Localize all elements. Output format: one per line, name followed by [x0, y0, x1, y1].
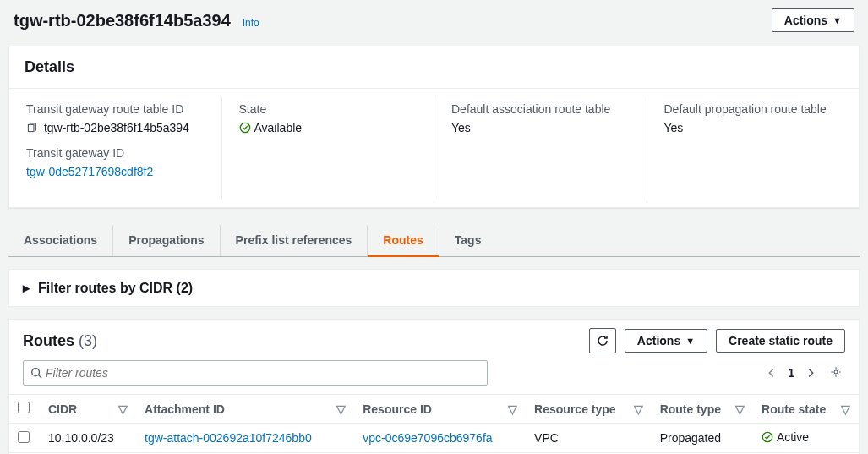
copy-icon[interactable] — [26, 123, 37, 134]
cell-routetype: Propagated — [652, 424, 753, 453]
col-cidr[interactable]: CIDR▽ — [40, 395, 136, 424]
table-row: 10.10.0.0/23tgw-attach-002692a10f7246bb0… — [9, 424, 859, 453]
tab-routes[interactable]: Routes — [368, 225, 439, 257]
sort-icon: ▽ — [508, 402, 517, 416]
tab-associations[interactable]: Associations — [8, 225, 113, 256]
refresh-icon — [596, 334, 609, 347]
tabs: Associations Propagations Prefix list re… — [8, 225, 860, 257]
routes-title: Routes (3) — [23, 332, 97, 350]
sort-icon: ▽ — [118, 402, 128, 416]
cell-cidr: 10.10.0.0/23 — [40, 424, 136, 453]
gear-icon — [830, 366, 842, 378]
tgw-id-link[interactable]: tgw-0de52717698cdf8f2 — [26, 165, 153, 178]
sort-icon: ▽ — [735, 402, 745, 416]
routes-panel: Routes (3) Actions ▼ Create static route… — [8, 319, 860, 454]
info-link[interactable]: Info — [243, 17, 259, 29]
routes-header: Routes (3) Actions ▼ Create static route — [9, 320, 859, 360]
state-text: Available — [254, 121, 303, 134]
sort-icon: ▽ — [634, 402, 643, 416]
table-header-row: CIDR▽ Attachment ID▽ Resource ID▽ Resour… — [9, 395, 859, 424]
routes-title-text: Routes — [23, 332, 74, 349]
pager: 1 — [766, 363, 845, 384]
state-value: Available — [239, 121, 303, 134]
tgw-id-value: tgw-0de52717698cdf8f2 — [26, 165, 205, 178]
routes-actions: Actions ▼ Create static route — [589, 328, 845, 353]
svg-point-2 — [32, 369, 40, 376]
caret-down-icon: ▼ — [833, 15, 842, 25]
cell-routestate: Active — [753, 424, 859, 453]
routes-count: (3) — [79, 332, 97, 349]
col-attachment[interactable]: Attachment ID▽ — [136, 395, 354, 424]
prev-page-icon[interactable] — [766, 367, 778, 379]
actions-button[interactable]: Actions ▼ — [772, 8, 854, 32]
search-icon — [30, 367, 42, 379]
filter-routes-input[interactable] — [42, 364, 480, 381]
col-restype[interactable]: Resource type▽ — [526, 395, 652, 424]
col-checkbox-all — [9, 395, 40, 424]
resource-link[interactable]: vpc-0c69e7096cb6976fa — [363, 431, 492, 445]
assoc-value: Yes — [451, 121, 630, 134]
caret-down-icon: ▼ — [685, 336, 695, 346]
filter-row: 1 — [9, 360, 859, 394]
assoc-label: Default association route table — [451, 102, 630, 116]
col-routestate[interactable]: Route state▽ — [753, 395, 859, 424]
tab-prefix[interactable]: Prefix list references — [221, 225, 368, 256]
attachment-link[interactable]: tgw-attach-002692a10f7246bb0 — [145, 431, 312, 445]
details-col-1: Transit gateway route table ID tgw-rtb-0… — [9, 97, 222, 199]
details-title: Details — [9, 46, 859, 89]
details-col-2: State Available — [222, 97, 435, 199]
settings-button[interactable] — [827, 363, 845, 384]
caret-right-icon: ▸ — [23, 280, 30, 296]
cell-restype: VPC — [526, 424, 652, 453]
sort-icon: ▽ — [336, 402, 346, 416]
filter-expander: ▸ Filter routes by CIDR (2) — [8, 269, 860, 307]
svg-point-3 — [834, 370, 838, 374]
page-title-wrap: tgw-rtb-02be38f6f14b5a394 Info — [14, 11, 259, 30]
route-table-id-text: tgw-rtb-02be38f6f14b5a394 — [44, 121, 189, 134]
details-col-4: Default propagation route table Yes — [647, 97, 860, 199]
page-header: tgw-rtb-02be38f6f14b5a394 Info Actions ▼ — [0, 0, 868, 39]
filter-expander-toggle[interactable]: ▸ Filter routes by CIDR (2) — [23, 280, 845, 296]
check-circle-icon — [239, 122, 251, 134]
prop-value: Yes — [664, 121, 843, 134]
route-table-id-value: tgw-rtb-02be38f6f14b5a394 — [26, 121, 205, 134]
check-circle-icon — [762, 431, 773, 443]
filter-expander-title: Filter routes by CIDR (2) — [38, 281, 193, 296]
tab-propagations[interactable]: Propagations — [113, 225, 220, 256]
state-label: State — [239, 102, 418, 116]
actions-button-label: Actions — [784, 14, 827, 27]
cell-attachment: tgw-attach-002692a10f7246bb0 — [136, 424, 354, 453]
col-routetype[interactable]: Route type▽ — [652, 395, 753, 424]
create-static-route-button[interactable]: Create static route — [716, 329, 845, 353]
tab-tags[interactable]: Tags — [439, 225, 497, 256]
create-route-label: Create static route — [729, 334, 833, 347]
prop-label: Default propagation route table — [664, 102, 843, 116]
details-grid: Transit gateway route table ID tgw-rtb-0… — [9, 89, 859, 207]
routes-actions-button[interactable]: Actions ▼ — [625, 329, 707, 353]
details-col-3: Default association route table Yes — [434, 97, 647, 199]
row-checkbox[interactable] — [18, 431, 30, 443]
page-number: 1 — [788, 366, 794, 380]
col-resource[interactable]: Resource ID▽ — [354, 395, 526, 424]
tgw-id-label: Transit gateway ID — [26, 146, 205, 160]
route-table-id-label: Transit gateway route table ID — [26, 102, 205, 116]
filter-input-wrap — [23, 360, 488, 386]
routes-table: CIDR▽ Attachment ID▽ Resource ID▽ Resour… — [9, 394, 859, 454]
svg-rect-0 — [28, 124, 34, 131]
cell-resource: vpc-0c69e7096cb6976fa — [354, 424, 526, 453]
select-all-checkbox[interactable] — [18, 402, 30, 413]
details-panel: Details Transit gateway route table ID t… — [8, 46, 860, 208]
routes-actions-label: Actions — [637, 334, 680, 347]
page-title: tgw-rtb-02be38f6f14b5a394 — [14, 11, 231, 30]
row-checkbox-cell — [9, 424, 40, 453]
refresh-button[interactable] — [589, 328, 616, 353]
next-page-icon[interactable] — [805, 367, 816, 379]
sort-icon: ▽ — [841, 402, 850, 416]
route-state-text: Active — [777, 430, 809, 444]
